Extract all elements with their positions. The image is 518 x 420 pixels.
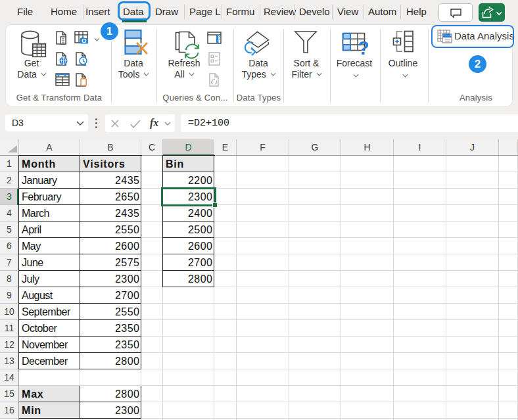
svg-text:?: ? — [358, 37, 368, 58]
